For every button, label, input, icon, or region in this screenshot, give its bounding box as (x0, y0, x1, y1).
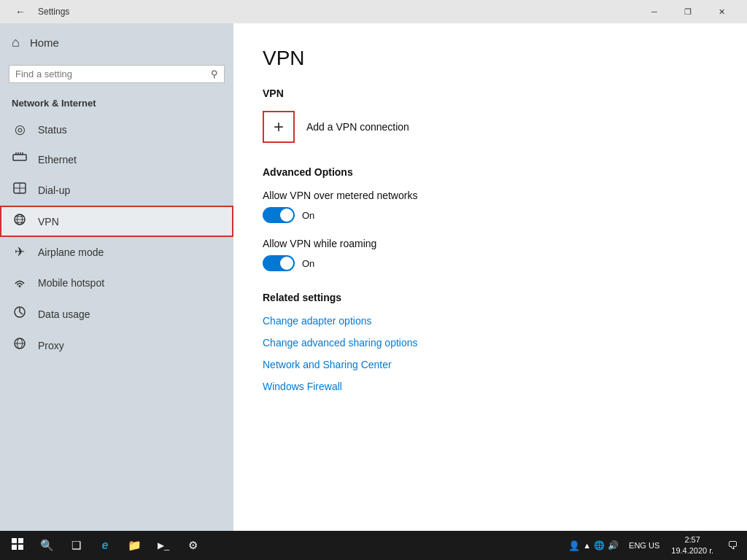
volume-icon: 🔊 (608, 540, 619, 551)
sidebar-item-proxy[interactable]: Proxy (0, 330, 233, 361)
time-label: 2:57 (671, 534, 713, 545)
sidebar-item-ethernet[interactable]: Ethernet (0, 144, 233, 174)
home-icon: ⌂ (12, 35, 20, 50)
explorer-button[interactable]: 📁 (120, 531, 149, 560)
sidebar-item-dialup[interactable]: Dial-up (0, 174, 233, 206)
ie-button[interactable]: e (90, 531, 120, 560)
lang-indicator[interactable]: ENG US (624, 540, 664, 552)
page-title: VPN (263, 47, 718, 70)
sidebar-item-vpn[interactable]: VPN (0, 206, 233, 237)
sidebar-item-label: Proxy (38, 340, 64, 351)
datausage-icon (12, 306, 28, 322)
toggle-metered-container: On (263, 207, 718, 223)
sidebar-section-title: Network & Internet (0, 92, 233, 114)
clock[interactable]: 2:57 19.4.2020 г. (665, 534, 719, 557)
main-panel: VPN VPN + Add a VPN connection Advanced … (233, 23, 747, 531)
back-icon: ← (15, 6, 26, 18)
settings-taskbar-button[interactable]: ⚙ (178, 531, 207, 560)
notification-icon: 🗨 (727, 540, 738, 551)
window-controls: ─ ❐ ✕ (638, 0, 738, 23)
taskbar-search-button[interactable]: 🔍 (32, 531, 61, 560)
vpn-section-heading: VPN (263, 88, 718, 99)
start-icon (12, 538, 23, 553)
toggle-row-roaming: Allow VPN while roaming On (263, 238, 718, 271)
taskbar-right: 👤 ▲ 🌐 🔊 ENG US 2:57 19.4.2020 г. 🗨 (564, 531, 744, 560)
task-view-icon: ❑ (71, 539, 81, 552)
advanced-options-section: Advanced Options Allow VPN over metered … (263, 166, 718, 271)
windows-firewall-link[interactable]: Windows Firewall (263, 381, 718, 392)
toggle-metered[interactable] (263, 207, 295, 223)
ie-icon: e (102, 539, 109, 552)
person-icon: 👤 (568, 540, 580, 551)
status-icon: ◎ (12, 122, 28, 137)
date-label: 19.4.2020 г. (671, 545, 713, 556)
taskbar-search-icon: 🔍 (40, 539, 54, 552)
restore-button[interactable]: ❐ (671, 0, 705, 23)
related-settings-heading: Related settings (263, 292, 718, 303)
explorer-icon: 📁 (128, 539, 142, 552)
minimize-button[interactable]: ─ (638, 0, 671, 23)
sidebar-item-label: Ethernet (38, 154, 77, 166)
sidebar-item-label: VPN (38, 216, 59, 228)
sidebar-item-label: Airplane mode (38, 246, 104, 258)
title-bar: ← Settings ─ ❐ ✕ (0, 0, 747, 23)
app-container: ⌂ Home ⚲ Network & Internet ◎ Status Et (0, 23, 747, 531)
svg-point-13 (19, 285, 21, 287)
back-button[interactable]: ← (9, 0, 32, 23)
sidebar-item-hotspot[interactable]: Mobile hotspot (0, 267, 233, 298)
sidebar-item-status[interactable]: ◎ Status (0, 114, 233, 144)
toggle-metered-state: On (302, 210, 314, 221)
task-view-button[interactable]: ❑ (61, 531, 90, 560)
toggle-row-metered: Allow VPN over metered networks On (263, 190, 718, 223)
sidebar: ⌂ Home ⚲ Network & Internet ◎ Status Et (0, 23, 233, 531)
network-icon: 🌐 (594, 540, 605, 551)
sidebar-item-home[interactable]: ⌂ Home (0, 23, 233, 62)
sidebar-item-label: Status (38, 124, 67, 136)
toggle-roaming-state: On (302, 258, 314, 269)
terminal-icon: ▶_ (155, 540, 171, 551)
search-icon: ⚲ (211, 69, 218, 79)
svg-rect-0 (13, 155, 26, 160)
related-settings-section: Related settings Change adapter options … (263, 292, 718, 392)
sidebar-item-datausage[interactable]: Data usage (0, 298, 233, 330)
advanced-options-heading: Advanced Options (263, 166, 718, 178)
proxy-icon (12, 337, 28, 354)
search-box[interactable]: ⚲ (9, 65, 225, 83)
start-button[interactable] (3, 531, 32, 560)
airplane-icon: ✈ (12, 244, 28, 260)
taskbar: 🔍 ❑ e 📁 ▶_ ⚙ 👤 ▲ 🌐 🔊 ENG US 2:57 19.4.20… (0, 531, 747, 560)
title-bar-title: Settings (38, 7, 69, 17)
terminal-button[interactable]: ▶_ (149, 531, 178, 560)
change-sharing-link[interactable]: Change advanced sharing options (263, 337, 718, 349)
toggle-metered-label: Allow VPN over metered networks (263, 190, 718, 201)
dialup-icon (12, 182, 28, 198)
sidebar-item-label: Dial-up (38, 184, 70, 196)
close-button[interactable]: ✕ (705, 0, 738, 23)
svg-rect-19 (18, 538, 23, 543)
vpn-icon (12, 213, 28, 230)
home-label: Home (30, 36, 59, 49)
add-vpn-label: Add a VPN connection (306, 121, 409, 133)
chevron-icon[interactable]: ▲ (583, 541, 591, 550)
toggle-roaming[interactable] (263, 255, 295, 271)
sidebar-item-label: Data usage (38, 308, 90, 320)
add-vpn-row: + Add a VPN connection (263, 111, 718, 143)
svg-rect-21 (18, 545, 23, 550)
svg-rect-18 (12, 538, 17, 543)
lang-label: ENG US (629, 540, 659, 552)
network-sharing-center-link[interactable]: Network and Sharing Center (263, 359, 718, 370)
change-adapter-link[interactable]: Change adapter options (263, 315, 718, 327)
hotspot-icon (12, 274, 28, 291)
toggle-roaming-container: On (263, 255, 718, 271)
notification-button[interactable]: 🗨 (721, 531, 744, 560)
svg-rect-20 (12, 545, 17, 550)
sidebar-item-airplane[interactable]: ✈ Airplane mode (0, 237, 233, 267)
system-tray: 👤 ▲ 🌐 🔊 (564, 540, 623, 551)
add-vpn-button[interactable]: + (263, 111, 295, 143)
search-input[interactable] (15, 69, 206, 79)
toggle-roaming-label: Allow VPN while roaming (263, 238, 718, 249)
settings-icon: ⚙ (188, 539, 198, 552)
ethernet-icon (12, 152, 28, 167)
sidebar-item-label: Mobile hotspot (38, 277, 104, 289)
